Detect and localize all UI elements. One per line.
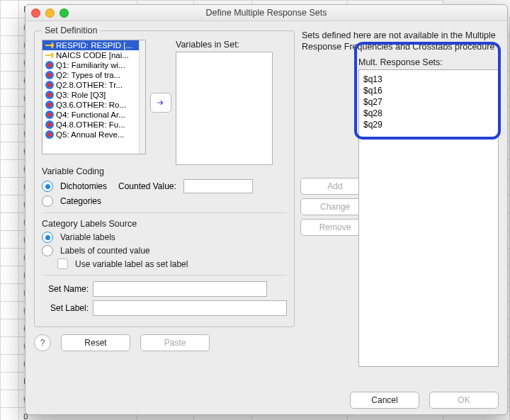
table-cell — [1, 178, 19, 195]
set-label-label: Set Label: — [42, 303, 89, 313]
variable-item-label: Q2: Types of tra... — [56, 71, 120, 79]
dialog-title: Define Multiple Response Sets — [26, 8, 507, 18]
use-variable-label-as-set-label: Use variable label as set label — [75, 259, 188, 269]
categories-radio[interactable] — [42, 195, 53, 207]
scrollbar[interactable] — [139, 40, 145, 154]
table-cell — [1, 107, 19, 125]
set-definition-legend: Set Definition — [42, 25, 100, 35]
table-cell — [1, 125, 19, 142]
variable-item-label: Q4.8.OTHER: Fu... — [56, 120, 125, 129]
mult-response-sets-label: Mult. Response Sets: — [358, 57, 499, 67]
set-name-input[interactable] — [93, 281, 267, 297]
table-cell — [1, 213, 19, 231]
set-label-input[interactable] — [93, 300, 287, 316]
mult-response-sets-list[interactable]: $q13$q16$q27$q28$q29 — [358, 69, 499, 367]
available-variables-list[interactable]: RESPID: RESPID [...NAICS CODE [nai...Q1:… — [42, 40, 146, 154]
variable-item-label: Q3: Role [Q3] — [56, 91, 106, 99]
table-cell — [1, 249, 19, 266]
table-cell — [1, 266, 19, 284]
category-labels-source-header: Category Labels Source — [42, 219, 287, 229]
variable-coding-header: Variable Coding — [42, 166, 287, 176]
variable-item-label: Q4: Functional Ar... — [56, 110, 125, 119]
table-cell — [1, 1, 19, 18]
response-set-item[interactable]: $q28 — [363, 108, 494, 119]
variable-item-label: NAICS CODE [nai... — [56, 51, 129, 59]
variable-labels-radio[interactable] — [42, 232, 53, 243]
table-cell — [1, 160, 19, 178]
cancel-button[interactable]: Cancel — [350, 392, 419, 409]
nominal-icon — [45, 81, 54, 89]
dichotomies-label: Dichotomies — [60, 181, 107, 191]
variable-labels-label: Variable labels — [60, 232, 115, 242]
variable-item[interactable]: Q2: Types of tra... — [42, 70, 145, 80]
variable-item[interactable]: NAICS CODE [nai... — [42, 50, 145, 60]
table-cell — [1, 18, 19, 36]
close-icon[interactable] — [31, 8, 40, 18]
nominal-icon — [45, 130, 54, 139]
variable-item[interactable]: Q1: Familiarity wi... — [42, 60, 145, 70]
variable-item-label: Q2.8.OTHER: Tr... — [56, 81, 123, 89]
variable-item-label: Q3.6.OTHER: Ro... — [56, 101, 126, 109]
variable-item[interactable]: Q4.8.OTHER: Fu... — [42, 120, 145, 130]
categories-label: Categories — [60, 196, 101, 206]
set-definition-group: Set Definition RESPID: RESPID [...NAICS … — [34, 25, 295, 327]
variables-in-set-label: Variables in Set: — [176, 40, 273, 50]
variable-item[interactable]: Q3: Role [Q3] — [42, 90, 145, 100]
nominal-icon — [45, 71, 54, 79]
table-cell — [1, 89, 19, 107]
table-cell — [1, 284, 19, 302]
table-cell — [1, 408, 19, 421]
labels-of-counted-radio[interactable] — [42, 245, 53, 256]
variable-item-label: RESPID: RESPID [... — [56, 41, 132, 50]
variable-item[interactable]: Q2.8.OTHER: Tr... — [42, 80, 145, 90]
variable-item-label: Q5: Annual Reve... — [56, 130, 125, 139]
reset-button[interactable]: Reset — [61, 334, 130, 351]
response-set-item[interactable]: $q29 — [363, 119, 494, 130]
arrow-right-icon — [156, 98, 166, 108]
nominal-icon — [45, 110, 54, 119]
minimize-icon[interactable] — [45, 8, 55, 18]
table-cell — [1, 36, 19, 54]
table-cell — [1, 337, 19, 355]
variable-item[interactable]: Q3.6.OTHER: Ro... — [42, 100, 145, 110]
zoom-icon[interactable] — [60, 8, 69, 18]
dichotomies-radio[interactable] — [42, 181, 53, 192]
nominal-icon — [45, 61, 54, 69]
table-cell — [1, 390, 19, 408]
nominal-icon — [45, 120, 54, 129]
variable-item[interactable]: RESPID: RESPID [... — [42, 40, 145, 50]
table-cell — [1, 72, 19, 89]
scale-icon — [45, 42, 54, 49]
nominal-icon — [45, 101, 54, 109]
variable-item[interactable]: Q5: Annual Reve... — [42, 130, 145, 140]
table-cell — [1, 142, 19, 160]
titlebar: Define Multiple Response Sets — [26, 5, 507, 21]
scale-icon — [45, 52, 54, 59]
variable-item-label: Q1: Familiarity wi... — [56, 61, 125, 69]
move-right-button[interactable] — [150, 93, 171, 113]
use-variable-label-as-set-label-checkbox — [57, 259, 68, 269]
variables-in-set-list[interactable] — [176, 52, 273, 165]
help-button[interactable]: ? — [34, 334, 51, 351]
table-cell — [1, 373, 19, 390]
counted-value-input[interactable] — [183, 179, 253, 193]
availability-note: Sets defined here are not available in t… — [300, 23, 499, 57]
define-multiple-response-sets-dialog: Define Multiple Response Sets Set Defini… — [25, 4, 508, 415]
table-cell — [1, 231, 19, 249]
response-set-item[interactable]: $q13 — [363, 74, 494, 85]
ok-button[interactable]: OK — [429, 392, 499, 409]
labels-of-counted-label: Labels of counted value — [60, 246, 150, 256]
variable-item[interactable]: Q4: Functional Ar... — [42, 110, 145, 120]
table-cell — [1, 355, 19, 373]
table-cell — [1, 302, 19, 319]
response-set-item[interactable]: $q27 — [363, 96, 494, 108]
paste-button[interactable]: Paste — [140, 334, 210, 351]
set-name-label: Set Name: — [42, 284, 89, 294]
table-cell — [1, 54, 19, 72]
counted-value-label: Counted Value: — [118, 181, 176, 191]
table-cell — [1, 195, 19, 213]
response-set-item[interactable]: $q16 — [363, 85, 494, 96]
nominal-icon — [45, 91, 54, 99]
table-cell — [1, 319, 19, 337]
